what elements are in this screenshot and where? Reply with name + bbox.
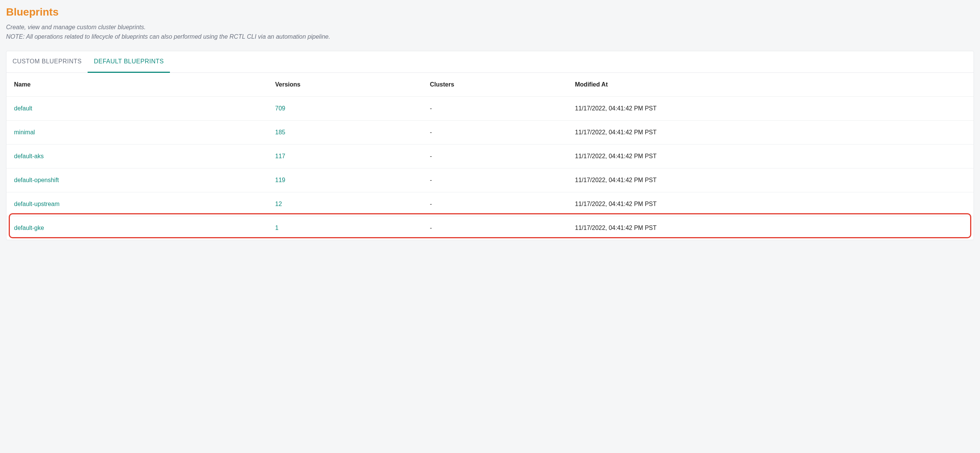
blueprint-clusters: - xyxy=(430,201,432,207)
blueprint-modified: 11/17/2022, 04:41:42 PM PST xyxy=(575,129,657,136)
table-row: default-gke 1 - 11/17/2022, 04:41:42 PM … xyxy=(6,216,974,240)
page-subtitle-line2: NOTE: All operations related to lifecycl… xyxy=(6,32,974,42)
table-row: default-upstream 12 - 11/17/2022, 04:41:… xyxy=(6,192,974,216)
blueprint-name-link[interactable]: default-gke xyxy=(14,225,44,231)
tab-default-blueprints[interactable]: DEFAULT BLUEPRINTS xyxy=(88,51,170,73)
col-header-modified: Modified At xyxy=(567,73,974,97)
blueprint-clusters: - xyxy=(430,153,432,160)
table-row: minimal 185 - 11/17/2022, 04:41:42 PM PS… xyxy=(6,120,974,144)
blueprint-name-link[interactable]: default-aks xyxy=(14,153,44,160)
blueprint-versions-link[interactable]: 709 xyxy=(275,105,286,112)
blueprint-clusters: - xyxy=(430,225,432,231)
blueprint-modified: 11/17/2022, 04:41:42 PM PST xyxy=(575,177,657,183)
blueprint-modified: 11/17/2022, 04:41:42 PM PST xyxy=(575,201,657,207)
blueprint-modified: 11/17/2022, 04:41:42 PM PST xyxy=(575,153,657,160)
table-row: default-openshift 119 - 11/17/2022, 04:4… xyxy=(6,168,974,192)
blueprint-versions-link[interactable]: 117 xyxy=(275,153,286,160)
tab-custom-blueprints[interactable]: CUSTOM BLUEPRINTS xyxy=(6,51,88,73)
col-header-name: Name xyxy=(6,73,268,97)
table-row: default 709 - 11/17/2022, 04:41:42 PM PS… xyxy=(6,96,974,120)
blueprint-modified: 11/17/2022, 04:41:42 PM PST xyxy=(575,105,657,112)
blueprint-versions-link[interactable]: 185 xyxy=(275,129,286,136)
blueprint-name-link[interactable]: minimal xyxy=(14,129,35,136)
blueprint-name-link[interactable]: default-upstream xyxy=(14,201,60,207)
page-subtitle-line1: Create, view and manage custom cluster b… xyxy=(6,23,974,32)
table-header-row: Name Versions Clusters Modified At xyxy=(6,73,974,97)
blueprint-name-link[interactable]: default xyxy=(14,105,32,112)
blueprint-modified: 11/17/2022, 04:41:42 PM PST xyxy=(575,225,657,231)
col-header-clusters: Clusters xyxy=(423,73,568,97)
blueprint-versions-link[interactable]: 119 xyxy=(275,177,286,183)
blueprint-clusters: - xyxy=(430,129,432,136)
blueprints-table: Name Versions Clusters Modified At defau… xyxy=(6,73,974,240)
blueprint-versions-link[interactable]: 1 xyxy=(275,225,279,231)
table-row: default-aks 117 - 11/17/2022, 04:41:42 P… xyxy=(6,144,974,168)
blueprints-card: CUSTOM BLUEPRINTS DEFAULT BLUEPRINTS Nam… xyxy=(6,51,974,240)
blueprint-clusters: - xyxy=(430,177,432,183)
col-header-versions: Versions xyxy=(268,73,423,97)
page-title: Blueprints xyxy=(6,6,974,18)
blueprint-clusters: - xyxy=(430,105,432,112)
blueprint-name-link[interactable]: default-openshift xyxy=(14,177,59,183)
tabs: CUSTOM BLUEPRINTS DEFAULT BLUEPRINTS xyxy=(6,51,974,73)
blueprint-versions-link[interactable]: 12 xyxy=(275,201,282,207)
